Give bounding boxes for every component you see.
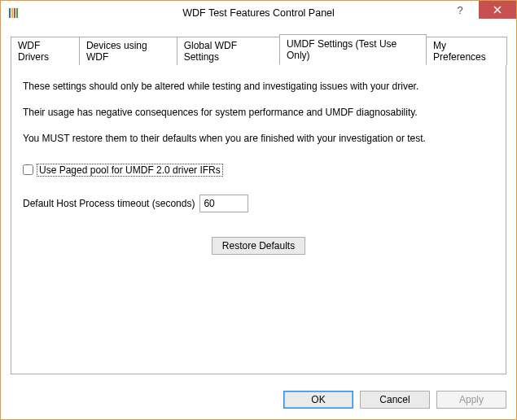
cancel-button[interactable]: Cancel [360,391,430,409]
ok-button[interactable]: OK [283,391,353,409]
tab-my-preferences[interactable]: My Preferences [426,37,507,65]
svg-rect-2 [14,8,15,18]
titlebar: WDF Test Features Control Panel ? [1,1,516,25]
button-bar: OK Cancel Apply [1,384,516,419]
warning-text-3: You MUST restore them to their defaults … [23,132,494,145]
tab-wdf-drivers[interactable]: WDF Drivers [11,37,80,65]
tab-devices-using-wdf[interactable]: Devices using WDF [79,37,177,65]
close-button[interactable] [479,1,516,19]
restore-defaults-button[interactable]: Restore Defaults [212,237,305,255]
warning-text-2: Their usage has negative consequences fo… [23,106,494,119]
content-area: WDF Drivers Devices using WDF Global WDF… [1,25,516,384]
timeout-row: Default Host Process timeout (seconds) [23,195,494,212]
tab-umdf-settings[interactable]: UMDF Settings (Test Use Only) [279,34,427,65]
help-button[interactable]: ? [441,1,479,19]
tab-strip: WDF Drivers Devices using WDF Global WDF… [11,33,506,64]
restore-row: Restore Defaults [23,237,494,255]
apply-button[interactable]: Apply [436,391,506,409]
tab-panel: These settings should only be altered wh… [11,64,506,374]
paged-pool-label[interactable]: Use Paged pool for UMDF 2.0 driver IFRs [37,164,223,177]
window-frame: WDF Test Features Control Panel ? WDF Dr… [0,0,517,420]
warning-text-1: These settings should only be altered wh… [23,80,494,93]
paged-pool-checkbox[interactable] [23,164,33,175]
paged-pool-row: Use Paged pool for UMDF 2.0 driver IFRs [23,164,494,177]
timeout-label: Default Host Process timeout (seconds) [23,198,195,209]
title-buttons: ? [441,1,516,19]
svg-rect-1 [11,8,13,18]
svg-rect-3 [16,8,18,18]
app-icon [7,7,20,20]
window-title: WDF Test Features Control Panel [1,7,516,19]
tab-global-wdf-settings[interactable]: Global WDF Settings [177,37,280,65]
timeout-input[interactable] [199,195,248,212]
svg-rect-0 [9,8,11,18]
